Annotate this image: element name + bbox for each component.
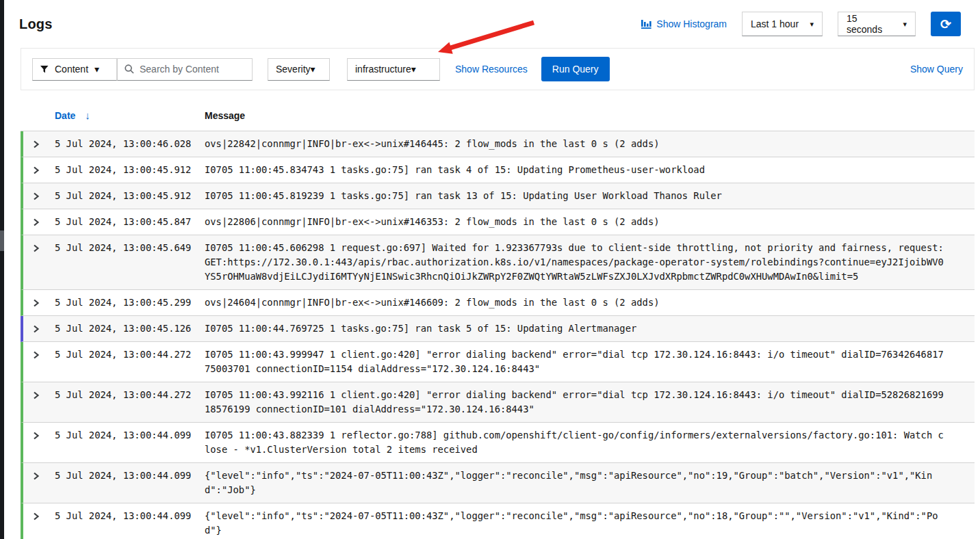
search-icon [125,64,134,74]
chevron-right-icon [32,471,55,481]
show-resources-link[interactable]: Show Resources [455,64,528,75]
caret-down-icon: ▾ [810,20,814,29]
show-histogram-label: Show Histogram [656,18,727,29]
log-row: 5 Jul 2024, 13:00:44.099 {"level":"info"… [21,503,975,539]
log-row: 5 Jul 2024, 13:00:44.272 I0705 11:00:43.… [21,342,975,382]
log-date: 5 Jul 2024, 13:00:45.847 [55,215,205,229]
chevron-right-icon [32,166,55,175]
log-row: 5 Jul 2024, 13:00:44.272 I0705 11:00:43.… [21,382,975,423]
refresh-button[interactable]: ⟳ [931,12,961,36]
time-range-select[interactable]: Last 1 hour ▾ [742,12,823,36]
log-message: I0705 11:00:45.606298 1 request.go:697] … [205,241,975,284]
log-row: 5 Jul 2024, 13:00:45.912 I0705 11:00:45.… [21,157,975,183]
row-expand-button[interactable] [23,428,55,457]
log-date: 5 Jul 2024, 13:00:45.299 [55,295,205,310]
row-expand-button[interactable] [23,163,55,177]
log-date: 5 Jul 2024, 13:00:44.272 [55,388,205,417]
log-date: 5 Jul 2024, 13:00:45.912 [55,189,205,203]
header-controls: Show Histogram Last 1 hour ▾ 15 seconds … [641,12,961,36]
chevron-right-icon [32,298,55,308]
refresh-interval-select[interactable]: 15 seconds ▾ [838,12,916,36]
filter-icon [40,66,49,73]
row-expand-button[interactable] [23,469,55,497]
tenant-select[interactable]: infrastructure ▾ [347,58,440,81]
log-row: 5 Jul 2024, 13:00:46.028 ovs|22842|connm… [21,131,975,157]
log-date: 5 Jul 2024, 13:00:46.028 [55,137,205,151]
sort-descending-icon: ↓ [85,109,90,121]
row-expand-button[interactable] [23,295,55,310]
chevron-right-icon [32,391,55,400]
log-message: I0705 11:00:43.992116 1 client.go:420] "… [205,388,975,417]
log-date: 5 Jul 2024, 13:00:45.912 [55,163,205,177]
caret-down-icon: ▾ [903,20,907,29]
log-row: 5 Jul 2024, 13:00:44.099 I0705 11:00:43.… [21,423,975,463]
log-date: 5 Jul 2024, 13:00:44.272 [55,347,205,376]
caret-down-icon: ▾ [94,64,99,75]
log-row: 5 Jul 2024, 13:00:45.912 I0705 11:00:45.… [21,183,975,209]
show-histogram-link[interactable]: Show Histogram [641,18,727,29]
row-expand-button[interactable] [23,215,55,229]
row-expand-button[interactable] [23,388,55,417]
log-message: ovs|22806|connmgr|INFO|br-ex<->unix#1463… [205,215,975,229]
row-expand-button[interactable] [23,321,55,336]
log-row: 5 Jul 2024, 13:00:45.299 ovs|24604|connm… [21,290,975,316]
log-message: ovs|24604|connmgr|INFO|br-ex<->unix#1466… [205,295,975,310]
chevron-right-icon [32,512,55,521]
log-date: 5 Jul 2024, 13:00:44.099 [55,428,205,457]
log-row: 5 Jul 2024, 13:00:44.099 {"level":"info"… [21,463,975,503]
search-input[interactable] [140,64,245,75]
caret-down-icon: ▾ [411,64,416,75]
refresh-icon: ⟳ [940,16,951,32]
log-row: 5 Jul 2024, 13:00:45.847 ovs|22806|connm… [21,209,975,235]
run-query-button[interactable]: Run Query [541,57,610,81]
chevron-right-icon [32,431,55,441]
row-expand-button[interactable] [23,189,55,203]
date-column-label: Date [55,110,75,121]
table-body: 5 Jul 2024, 13:00:46.028 ovs|22842|connm… [21,131,975,539]
message-column-header: Message [205,110,245,121]
left-scrollbar[interactable] [0,0,4,539]
refresh-interval-value: 15 seconds [847,13,894,35]
content-search [117,58,253,81]
severity-filter-select[interactable]: Severity ▾ [268,58,330,81]
log-message: I0705 11:00:43.882339 1 reflector.go:788… [205,428,975,457]
log-date: 5 Jul 2024, 13:00:44.099 [55,469,205,497]
log-date: 5 Jul 2024, 13:00:45.649 [55,241,205,284]
histogram-icon [641,19,652,29]
row-expand-button[interactable] [23,347,55,376]
log-message: I0705 11:00:45.834743 1 tasks.go:75] ran… [205,163,975,177]
log-message: I0705 11:00:45.819239 1 tasks.go:75] ran… [205,189,975,203]
log-message: {"level":"info","ts":"2024-07-05T11:00:4… [205,509,975,538]
time-range-value: Last 1 hour [751,18,799,29]
filter-toolbar: Content ▾ Severity ▾ infrastructure ▾ Sh… [21,48,975,90]
chevron-right-icon [32,192,55,201]
severity-filter-label: Severity [276,64,311,75]
log-message: {"level":"info","ts":"2024-07-05T11:00:4… [205,469,975,497]
page-header: Logs Show Histogram Last 1 hour ▾ 15 sec… [0,0,980,48]
attribute-filter-select[interactable]: Content ▾ [32,58,117,81]
scrollbar-thumb[interactable] [0,231,4,251]
log-message: I0705 11:00:44.769725 1 tasks.go:75] ran… [205,321,975,336]
log-message: ovs|22842|connmgr|INFO|br-ex<->unix#1464… [205,137,975,151]
tenant-select-value: infrastructure [355,64,411,75]
chevron-right-icon [32,350,55,360]
log-date: 5 Jul 2024, 13:00:45.126 [55,321,205,336]
date-column-header[interactable]: Date ↓ [55,109,205,121]
log-row: 5 Jul 2024, 13:00:45.649 I0705 11:00:45.… [21,235,975,290]
page-title: Logs [19,16,53,32]
log-row: 5 Jul 2024, 13:00:45.126 I0705 11:00:44.… [21,316,975,342]
chevron-right-icon [32,244,55,253]
chevron-right-icon [32,218,55,227]
log-table: Date ↓ Message 5 Jul 2024, 13:00:46.028 … [21,90,975,539]
log-message: I0705 11:00:43.999947 1 client.go:420] "… [205,347,975,376]
show-query-link[interactable]: Show Query [910,64,963,75]
log-date: 5 Jul 2024, 13:00:44.099 [55,509,205,538]
chevron-right-icon [32,324,55,334]
chevron-right-icon [32,140,55,149]
attribute-filter-label: Content [55,64,88,75]
table-header-row: Date ↓ Message [21,90,975,131]
row-expand-button[interactable] [23,509,55,538]
row-expand-button[interactable] [23,241,55,284]
row-expand-button[interactable] [23,137,55,151]
caret-down-icon: ▾ [311,64,315,75]
